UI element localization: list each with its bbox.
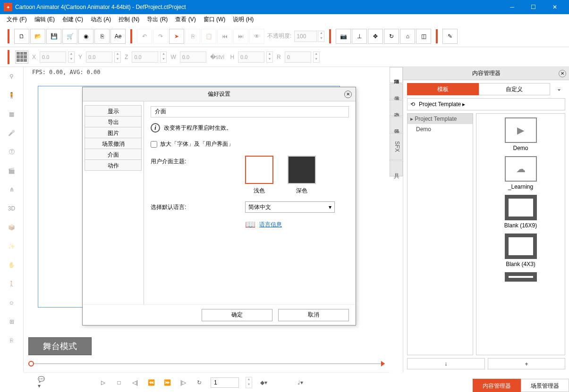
new-project-button[interactable]: 🗋	[14, 29, 29, 44]
menu-animate[interactable]: 动态 (A)	[87, 14, 115, 25]
flip-button[interactable]: ◫	[416, 29, 431, 44]
cm-item-learning[interactable]: ☁_Learning	[505, 156, 537, 190]
rotate-button[interactable]: ↻	[384, 29, 399, 44]
cat-scene-undo[interactable]: 场景撤消	[85, 138, 142, 149]
cm-breadcrumb[interactable]: ⟲ Project Template ▸	[407, 98, 565, 110]
skip-end-button[interactable]: ⏭	[233, 29, 248, 44]
maximize-button[interactable]: ☐	[523, 0, 544, 14]
cancel-button[interactable]: 取消	[278, 309, 349, 321]
next-frame-button[interactable]: ⏩	[162, 378, 172, 387]
frame-spinner[interactable]: ▲▼	[246, 377, 252, 388]
select-button[interactable]: ➤	[169, 29, 184, 44]
btab-content[interactable]: 内容管理器	[473, 379, 521, 392]
rtab-scene[interactable]: 场景	[390, 117, 403, 133]
theme-dark-option[interactable]: 深色	[288, 156, 316, 195]
cm-item-blank43[interactable]: Blank (4X3)	[505, 234, 537, 267]
dialog-titlebar[interactable]: 偏好设置 ✕	[83, 87, 356, 101]
menu-view[interactable]: 查看 (V)	[171, 14, 199, 25]
preview-button[interactable]: ◉	[78, 29, 93, 44]
z-spinner[interactable]: ▲▼	[160, 51, 167, 63]
cm-add-button[interactable]: ＋	[488, 358, 566, 369]
close-button[interactable]: ✕	[544, 0, 565, 14]
menu-window[interactable]: 窗口 (W)	[200, 14, 229, 25]
cm-item-demo[interactable]: ▶Demo	[505, 117, 537, 151]
play-button[interactable]: ▷	[98, 378, 108, 387]
export-button[interactable]: ⎘	[94, 29, 110, 44]
x-spinner[interactable]: ▲▼	[68, 51, 75, 63]
audio-button[interactable]: ♩▾	[296, 378, 305, 387]
rtab-actor[interactable]: 演员	[390, 83, 403, 100]
z-input[interactable]	[132, 51, 158, 63]
btab-scene[interactable]: 场景管理器	[521, 379, 569, 392]
move-button[interactable]: ✥	[368, 29, 383, 44]
cm-item-extra[interactable]	[505, 272, 537, 284]
cat-action[interactable]: 动作	[85, 159, 142, 171]
cat-interface[interactable]: 介面	[85, 149, 142, 160]
theme-light-option[interactable]: 浅色	[245, 156, 273, 195]
h-input[interactable]	[238, 51, 264, 63]
time-slider[interactable]	[28, 360, 385, 367]
tool-voice[interactable]: 🎤	[4, 125, 19, 141]
visibility-button[interactable]: 👁	[249, 29, 264, 44]
r-spinner[interactable]: ▲▼	[313, 51, 320, 63]
skip-start-button[interactable]: ⏮	[217, 29, 232, 44]
tool-prop[interactable]: 📦	[4, 220, 19, 235]
edit-canvas-button[interactable]: ✎	[442, 29, 458, 44]
tool-media[interactable]: 🎬	[4, 163, 19, 178]
tool-walk[interactable]: 🚶	[4, 276, 19, 292]
marker-button[interactable]: ◆▾	[259, 378, 268, 387]
last-frame-button[interactable]: |▷	[178, 378, 188, 387]
cm-tree-header[interactable]: ▸ Project Template	[408, 114, 473, 124]
cm-tree-item[interactable]: Demo	[408, 124, 473, 134]
save-button[interactable]: 💾	[46, 29, 61, 44]
tool-timeline[interactable]: ⊞	[4, 314, 19, 329]
opacity-spinner[interactable]: ▲▼	[318, 31, 324, 42]
titlebar[interactable]: ✦ Cartoon Animator 4(Cartoon Animator 4-…	[0, 0, 569, 14]
cat-export[interactable]: 导出	[85, 116, 142, 127]
w-input[interactable]	[180, 51, 206, 63]
dialog-close-button[interactable]: ✕	[344, 91, 352, 98]
y-spinner[interactable]: ▲▼	[114, 51, 121, 63]
copy-button[interactable]: ⎘	[185, 29, 200, 44]
menu-export[interactable]: 导出 (R)	[143, 14, 171, 25]
x-input[interactable]	[40, 51, 66, 63]
tool-text[interactable]: Ⓣ	[4, 144, 19, 159]
ae-button[interactable]: Ae	[110, 29, 126, 44]
redo-button[interactable]: ↷	[153, 29, 168, 44]
enlarge-ui-option[interactable]: 放大「字体」及「用户界面」	[151, 140, 349, 148]
tool-bone[interactable]: ⋔	[4, 182, 19, 197]
cm-tab-template[interactable]: 模板	[407, 83, 479, 95]
ok-button[interactable]: 确定	[202, 309, 272, 321]
prev-frame-button[interactable]: ⏪	[146, 378, 156, 387]
opacity-input[interactable]	[294, 31, 317, 42]
menu-help[interactable]: 说明 (H)	[229, 14, 257, 25]
enlarge-ui-checkbox[interactable]	[151, 141, 157, 148]
camera-button[interactable]: 📷	[336, 29, 351, 44]
rtab-project[interactable]: 项目	[390, 67, 403, 83]
paste-button[interactable]: 📋	[201, 29, 216, 44]
first-frame-button[interactable]: ◁|	[130, 378, 140, 387]
menu-file[interactable]: 文件 (F)	[3, 14, 31, 25]
language-info-link[interactable]: 语言信息	[259, 221, 282, 229]
tool-effect[interactable]: ✨	[4, 239, 19, 254]
tool-3d[interactable]: 3D	[4, 201, 19, 216]
language-select[interactable]: 简体中文 ▾	[245, 201, 335, 213]
cm-tab-custom[interactable]: 自定义	[479, 83, 551, 95]
frame-input[interactable]	[211, 377, 239, 388]
r-input[interactable]	[285, 51, 311, 63]
tool-actor[interactable]: 🧍	[4, 88, 19, 103]
rtab-sfx[interactable]: SFX	[390, 133, 403, 160]
cm-download-button[interactable]: ↓	[407, 358, 485, 369]
rtab-prop[interactable]: 具	[390, 160, 403, 176]
tool-pose[interactable]: ⚲	[4, 69, 19, 84]
stop-button[interactable]: □	[114, 378, 124, 387]
y-input[interactable]	[86, 51, 112, 63]
anchor-button[interactable]: ⊥	[352, 29, 367, 44]
tool-export[interactable]: ⎘	[4, 333, 19, 348]
tool-layer[interactable]: ▦	[4, 107, 19, 122]
cm-close-button[interactable]: ✕	[559, 70, 566, 77]
chat-icon[interactable]: 💬▾	[38, 378, 47, 387]
rtab-animate[interactable]: 动态	[390, 100, 403, 116]
menu-edit[interactable]: 编辑 (E)	[31, 14, 59, 25]
cm-item-blank169[interactable]: Blank (16X9)	[504, 195, 537, 229]
